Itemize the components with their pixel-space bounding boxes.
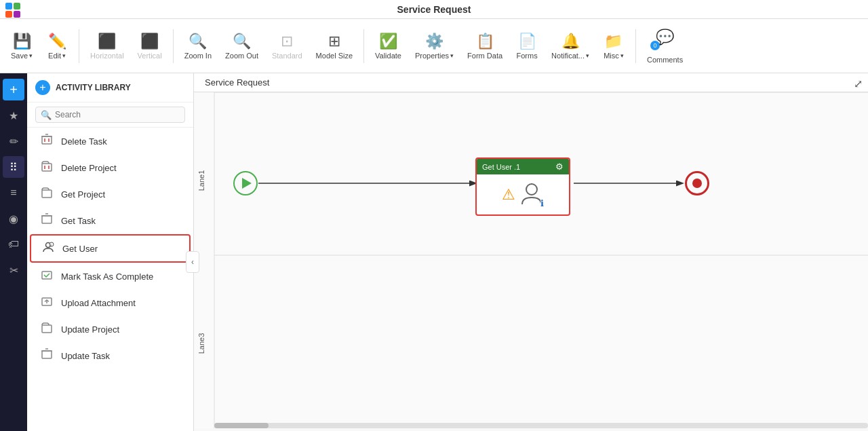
toolbar: 💾 Save ▾ ✏️ Edit ▾ ⬛ Horizontal ⬛ Vertic… (0, 19, 868, 73)
flow-end-node[interactable] (685, 171, 709, 195)
save-label: Save ▾ (11, 52, 33, 60)
horizontal-icon: ⬛ (98, 33, 116, 50)
standard-button[interactable]: ⊡ Standard (267, 30, 308, 62)
svg-text:ℹ: ℹ (50, 243, 52, 247)
properties-button[interactable]: ⚙️ Properties ▾ (410, 30, 459, 62)
task-node-title: Get User .1 (482, 163, 520, 171)
activity-list: Delete Task Delete Project Get Project G… (27, 128, 193, 431)
dots-rail-button[interactable]: ⠿ (3, 156, 24, 178)
zoom-in-button[interactable]: 🔍 Zoom In (179, 30, 217, 62)
list-item-get-user[interactable]: ℹ Get User (30, 234, 191, 263)
flow-start-node[interactable] (233, 171, 258, 195)
model-size-label: Model Size (316, 52, 353, 60)
task-node-body: ⚠ ℹ (477, 174, 569, 214)
upload-attachment-icon (39, 295, 54, 310)
add-rail-button[interactable]: + (3, 79, 24, 100)
get-user-icon: ℹ (41, 241, 56, 256)
model-size-button[interactable]: ⊞ Model Size (311, 30, 358, 62)
activity-library: + ACTIVITY LIBRARY 🔍 Delete Task Delete … (27, 73, 194, 431)
svg-text:Lane3: Lane3 (197, 333, 205, 354)
mark-task-complete-label: Mark Task As Complete (61, 271, 153, 282)
list-item-delete-project[interactable]: Delete Project (30, 155, 191, 181)
list-item-update-project[interactable]: Update Project (30, 316, 191, 342)
update-project-label: Update Project (61, 324, 119, 335)
comments-button[interactable]: 💬 0 Comments (642, 26, 688, 67)
vertical-button[interactable]: ⬛ Vertical (132, 30, 167, 62)
list-item-get-project[interactable]: Get Project (30, 181, 191, 207)
edit-button[interactable]: ✏️ Edit ▾ (41, 30, 73, 62)
app-logo (5, 3, 20, 18)
activity-library-header: + ACTIVITY LIBRARY (27, 73, 193, 102)
properties-label: Properties ▾ (415, 52, 454, 60)
list-item-delete-task[interactable]: Delete Task (30, 128, 191, 154)
edit-label: Edit ▾ (48, 52, 66, 60)
list-rail-button[interactable]: ≡ (3, 182, 24, 204)
task-user-icon: ℹ (519, 181, 544, 208)
validate-label: Validate (375, 52, 401, 60)
form-data-icon: 📋 (476, 33, 494, 50)
misc-icon: 📁 (604, 33, 623, 50)
list-item-get-task[interactable]: Get Task (30, 208, 191, 233)
svg-rect-15 (42, 271, 52, 279)
get-user-label: Get User (62, 244, 98, 254)
search-input[interactable] (35, 107, 185, 123)
model-size-icon: ⊞ (328, 33, 340, 50)
library-add-button[interactable]: + (35, 80, 50, 95)
canvas-svg: Lane1 Lane3 (194, 92, 868, 428)
scissors-rail-button[interactable]: ✂ (3, 259, 24, 281)
svg-rect-0 (42, 136, 52, 144)
svg-rect-17 (42, 325, 52, 333)
list-item-upload-attachment[interactable]: Upload Attachment (30, 290, 191, 316)
form-data-label: Form Data (467, 52, 502, 60)
save-button[interactable]: 💾 Save ▾ (5, 30, 38, 62)
edit-rail-button[interactable]: ✏ (3, 130, 24, 152)
save-icon: 💾 (13, 33, 31, 50)
svg-rect-5 (42, 164, 52, 171)
circle-dot-rail-button[interactable]: ◉ (3, 208, 24, 229)
zoom-out-button[interactable]: 🔍 Zoom Out (220, 30, 264, 62)
validate-button[interactable]: ✅ Validate (370, 30, 407, 62)
forms-icon: 📄 (518, 33, 536, 50)
canvas-title-bar: Service Request ⤢ (194, 73, 868, 92)
canvas[interactable]: Lane1 Lane3 Get User .1 (194, 92, 868, 428)
misc-label: Misc ▾ (604, 52, 624, 60)
delete-project-icon (39, 160, 54, 175)
misc-button[interactable]: 📁 Misc ▾ (597, 30, 630, 62)
expand-icon[interactable]: ⤢ (854, 77, 863, 90)
svg-text:Lane1: Lane1 (197, 170, 205, 191)
notifications-label: Notificat... ▾ (551, 52, 589, 60)
list-item-update-task[interactable]: Update Task (30, 343, 191, 369)
edit-icon: ✏️ (48, 33, 66, 50)
properties-icon: ⚙️ (425, 33, 443, 50)
svg-rect-18 (42, 351, 52, 358)
title-bar: Service Request (0, 0, 868, 19)
horizontal-button[interactable]: ⬛ Horizontal (85, 30, 130, 62)
update-task-icon (39, 348, 54, 363)
delete-project-label: Delete Project (61, 163, 117, 173)
notifications-button[interactable]: 🔔 Notificat... ▾ (546, 30, 595, 62)
vertical-label: Vertical (138, 52, 162, 60)
form-data-button[interactable]: 📋 Form Data (462, 30, 508, 62)
task-node-gear-icon[interactable]: ⚙ (555, 162, 564, 172)
comments-badge: 0 (650, 41, 660, 50)
end-icon (692, 179, 702, 188)
collapse-sidebar-button[interactable]: ‹ (186, 251, 199, 273)
left-rail: + ★ ✏ ⠿ ≡ ◉ 🏷 ✂ (0, 73, 27, 431)
main-area: + ★ ✏ ⠿ ≡ ◉ 🏷 ✂ + ACTIVITY LIBRARY 🔍 Del… (0, 73, 868, 431)
tag-rail-button[interactable]: 🏷 (3, 233, 24, 255)
forms-button[interactable]: 📄 Forms (511, 30, 543, 62)
list-item-mark-task-complete[interactable]: Mark Task As Complete (30, 263, 191, 289)
svg-rect-8 (42, 190, 52, 198)
favorites-rail-button[interactable]: ★ (3, 105, 24, 126)
task-info-badge: ℹ (540, 199, 544, 208)
get-project-label: Get Project (61, 189, 105, 200)
search-icon: 🔍 (41, 110, 52, 120)
notifications-icon: 🔔 (561, 33, 580, 50)
canvas-scrollbar[interactable] (214, 423, 868, 428)
zoom-out-icon: 🔍 (233, 33, 251, 50)
separator-3 (363, 29, 364, 63)
task-node-get-user[interactable]: Get User .1 ⚙ ⚠ ℹ (475, 157, 570, 216)
zoom-out-label: Zoom Out (225, 52, 258, 60)
canvas-scrollbar-thumb[interactable] (214, 423, 269, 428)
update-task-label: Update Task (61, 351, 110, 361)
